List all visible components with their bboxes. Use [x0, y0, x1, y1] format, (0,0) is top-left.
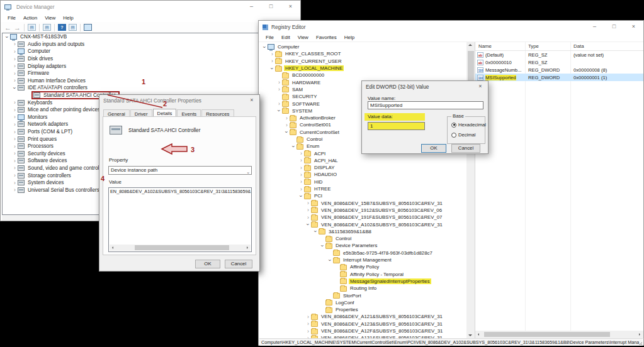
tree-row[interactable]: Control — [259, 235, 466, 242]
listbox-horizontal-scrollbar[interactable] — [110, 245, 251, 251]
tree-row[interactable]: PCI — [259, 192, 466, 199]
expander-icon[interactable] — [12, 114, 18, 119]
tree-row[interactable]: 3&11583659&1&B8 — [259, 228, 466, 235]
value-row[interactable]: MSISupported REG_DWORD 0x00000001 (1) — [475, 74, 643, 81]
tree-row[interactable]: HTREE — [259, 185, 466, 192]
expander-icon[interactable] — [305, 314, 311, 319]
forward-icon[interactable]: → — [14, 24, 21, 31]
expander-icon[interactable] — [12, 100, 18, 105]
expander-icon[interactable] — [12, 71, 18, 76]
minimize-button[interactable]: – — [242, 1, 261, 13]
expander-icon[interactable] — [320, 243, 325, 248]
back-icon[interactable]: ← — [4, 24, 11, 31]
expander-icon[interactable] — [291, 144, 297, 149]
expander-icon[interactable] — [12, 158, 18, 163]
expander-icon[interactable] — [305, 201, 311, 206]
close-button[interactable]: × — [281, 1, 300, 13]
expander-icon[interactable] — [298, 179, 304, 184]
tree-row[interactable]: Audio inputs and outputs — [3, 41, 300, 48]
menu-item[interactable]: Edit — [278, 33, 294, 41]
scroll-right-icon[interactable] — [244, 245, 251, 251]
value-listbox[interactable]: EN_8086&DEV_A102&SUBSYS_8056103C&REV_31\… — [108, 187, 252, 252]
value-row[interactable]: MessageNumb... REG_DWORD 0x00000008 (8) — [475, 66, 643, 74]
menu-item[interactable]: File — [262, 33, 278, 41]
scrollbar-thumb[interactable] — [135, 245, 229, 250]
tree-row[interactable]: Disk drives — [3, 55, 300, 63]
tree-row[interactable]: Computer — [3, 48, 300, 55]
value-row[interactable]: 0x00000010 REG_SZ — [475, 58, 643, 66]
scroll-up-icon[interactable] — [468, 44, 472, 46]
value-data-input[interactable]: 1 — [368, 122, 425, 130]
expander-icon[interactable] — [276, 80, 282, 85]
tree-row[interactable]: CNX-MST-618S3VB — [3, 33, 300, 41]
ok-button[interactable]: OK — [195, 260, 220, 268]
expander-icon[interactable] — [305, 321, 311, 326]
tree-row[interactable]: Human Interface Devices — [3, 77, 300, 85]
expander-icon[interactable] — [12, 151, 18, 156]
expander-icon[interactable] — [313, 229, 319, 234]
separator[interactable] — [54, 24, 55, 31]
expander-icon[interactable] — [276, 87, 282, 92]
tree-row[interactable]: HID — [259, 179, 466, 185]
close-icon[interactable]: × — [246, 96, 257, 105]
column-header-name[interactable]: Name — [475, 42, 525, 50]
scroll-left-icon[interactable] — [110, 245, 116, 251]
maximize-button[interactable]: □ — [261, 1, 281, 13]
expander-icon[interactable] — [12, 78, 18, 83]
ok-button[interactable]: OK — [421, 144, 446, 153]
tree-row[interactable]: BCD00000000 — [259, 72, 466, 79]
separator[interactable] — [80, 24, 81, 31]
list-horizontal-scrollbar[interactable] — [475, 331, 643, 338]
separator[interactable] — [24, 24, 25, 31]
maximize-button[interactable]: □ — [604, 21, 624, 33]
hexadecimal-radio[interactable]: Hexadecimal — [451, 122, 486, 128]
resize-grip[interactable] — [638, 341, 642, 345]
expander-icon[interactable] — [327, 258, 333, 263]
tree-row[interactable]: Interrupt Management — [259, 256, 466, 263]
tree-row[interactable]: HKEY_LOCAL_MACHINE — [259, 65, 466, 72]
tree-row[interactable]: VEN_8086&DEV_A12F&SUBSYS_8056103C&REV_31 — [259, 328, 466, 334]
value-row[interactable]: (Default) REG_SZ (value not set) — [475, 51, 643, 58]
expander-icon[interactable] — [12, 63, 18, 69]
tree-row[interactable]: Computer — [259, 43, 466, 50]
menu-item[interactable]: Favorites — [312, 33, 341, 41]
menu-item[interactable]: File — [4, 14, 20, 22]
tree-row[interactable]: HKEY_CURRENT_USER — [259, 58, 466, 65]
scroll-right-icon[interactable] — [636, 331, 643, 338]
expander-icon[interactable] — [12, 173, 18, 178]
tree-row[interactable]: e5b3b5ac-9725-4f78-963f-03dfb1d828c7 — [259, 250, 466, 256]
expander-icon[interactable] — [298, 194, 304, 199]
radio-on-icon[interactable] — [451, 123, 456, 128]
expander-icon[interactable] — [12, 136, 18, 141]
tree-row[interactable]: Properties — [259, 306, 466, 313]
expander-icon[interactable] — [298, 151, 304, 156]
tree-row[interactable]: Firmware — [3, 70, 300, 77]
tree-row[interactable]: Display adapters — [3, 62, 300, 70]
tree-row[interactable]: VEN_8086&DEV_A102&SUBSYS_8056103C&REV_31 — [259, 221, 466, 228]
menu-item[interactable]: Help — [341, 33, 358, 41]
tree-row[interactable]: VEN_8086&DEV_A123&SUBSYS_8056103C&REV_31 — [259, 321, 466, 328]
expander-icon[interactable] — [269, 58, 275, 63]
expander-icon[interactable] — [298, 165, 304, 170]
tree-row[interactable]: VEN_8086&DEV_A121&SUBSYS_8056103C&REV_31 — [259, 313, 466, 320]
expander-icon[interactable] — [12, 122, 18, 127]
tree-row[interactable]: Device Parameters — [259, 242, 466, 249]
dialog-titlebar[interactable]: Edit DWORD (32-bit) Value — [362, 81, 488, 92]
expander-icon[interactable] — [305, 222, 311, 227]
tree-row[interactable]: Affinity Policy — [259, 263, 466, 270]
expander-icon[interactable] — [305, 207, 311, 212]
expander-icon[interactable] — [12, 41, 18, 47]
scan-hardware-icon[interactable] — [84, 24, 92, 31]
expander-icon[interactable] — [284, 123, 290, 128]
cancel-button[interactable]: Cancel — [451, 144, 480, 153]
separator[interactable] — [39, 24, 40, 31]
property-dropdown[interactable]: Device instance path ⌄ — [108, 166, 252, 175]
expander-icon[interactable] — [298, 158, 304, 163]
expander-icon[interactable] — [12, 129, 18, 135]
expander-icon[interactable] — [305, 215, 311, 220]
expander-icon[interactable] — [298, 187, 304, 192]
expander-icon[interactable] — [12, 165, 18, 170]
column-header-type[interactable]: Type — [525, 42, 570, 50]
console-tree-icon[interactable]: ▤ — [28, 24, 36, 31]
menu-item[interactable]: Help — [59, 14, 77, 22]
